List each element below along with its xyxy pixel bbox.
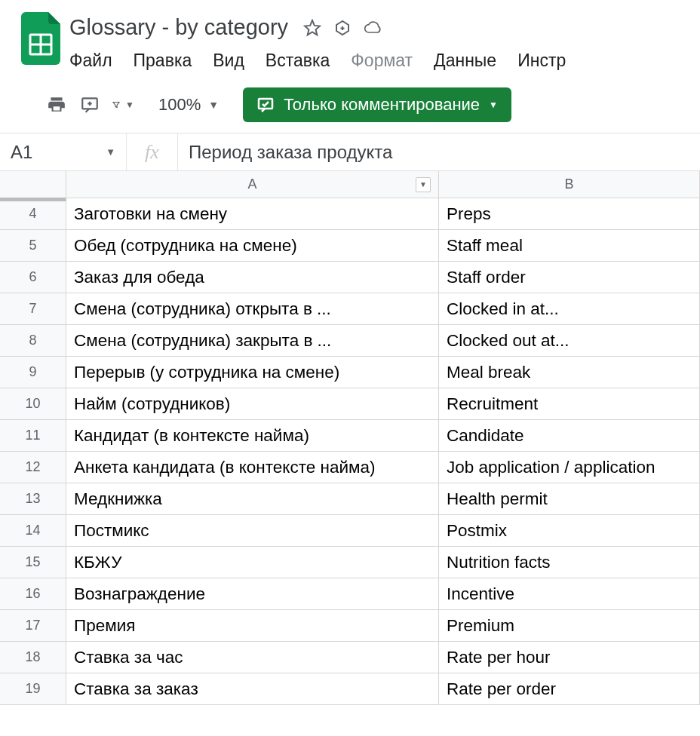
column-header-a[interactable]: A ▼ [66,171,439,198]
cell[interactable]: Заказ для обеда [66,262,439,293]
formula-bar: A1 ▼ fx Период заказа продукта [0,133,700,171]
name-box-value: A1 [11,142,32,163]
menubar: Файл Правка Вид Вставка Формат Данные Ин… [69,51,700,71]
cell[interactable]: КБЖУ [66,547,439,578]
table-row: 15КБЖУNutrition facts [0,547,700,578]
cell[interactable]: Staff order [439,262,700,293]
row-header[interactable]: 13 [0,483,66,514]
menu-file[interactable]: Файл [69,51,112,71]
cell[interactable]: Смена (сотрудника) открыта в ... [66,293,439,324]
cell[interactable]: Ставка за заказ [66,673,439,704]
cell[interactable]: Заготовки на смену [66,198,439,229]
table-row: 13МедкнижкаHealth permit [0,483,700,515]
cell[interactable]: Candidate [439,420,700,451]
menu-tools[interactable]: Инстр [517,51,566,71]
select-all-corner[interactable] [0,171,66,201]
cell[interactable]: Анкета кандидата (в контексте найма) [66,452,439,483]
cell[interactable]: Incentive [439,578,700,609]
cell[interactable]: Обед (сотрудника на смене) [66,230,439,261]
column-headers: A ▼ B [0,171,700,198]
table-row: 16ВознаграждениеIncentive [0,578,700,610]
column-filter-icon[interactable]: ▼ [416,177,431,192]
row-header[interactable]: 6 [0,262,66,293]
star-icon[interactable] [303,19,321,37]
table-row: 5Обед (сотрудника на смене)Staff meal [0,230,700,262]
table-row: 7Смена (сотрудника) открыта в ...Clocked… [0,293,700,325]
cell[interactable]: Postmix [439,515,700,546]
cell[interactable]: Premium [439,610,700,641]
fx-label: fx [127,133,178,170]
cell[interactable]: Вознаграждение [66,578,439,609]
cell[interactable]: Recruitment [439,388,700,419]
document-title[interactable]: Glossary - by category [69,15,288,40]
cell[interactable]: Rate per hour [439,642,700,673]
menu-edit[interactable]: Правка [134,51,192,71]
formula-input[interactable]: Период заказа продукта [178,133,700,170]
comment-only-label: Только комментирование [284,95,480,115]
table-row: 17ПремияPremium [0,610,700,642]
row-header[interactable]: 5 [0,230,66,261]
cell[interactable]: Health permit [439,483,700,514]
row-header[interactable]: 15 [0,547,66,578]
table-row: 18Ставка за часRate per hour [0,642,700,673]
menu-format[interactable]: Формат [351,51,413,71]
comment-only-button[interactable]: Только комментирование ▼ [243,87,511,122]
spreadsheet-grid: A ▼ B 4Заготовки на сменуPreps5Обед (сот… [0,171,700,705]
cell[interactable]: Nutrition facts [439,547,700,578]
row-header[interactable]: 16 [0,578,66,609]
row-header[interactable]: 17 [0,610,66,641]
title-row: Glossary - by category [69,15,700,40]
table-row: 8Смена (сотрудника) закрыта в ...Clocked… [0,325,700,357]
table-row: 9Перерыв (у сотрудника на смене)Meal bre… [0,357,700,388]
cloud-status-icon[interactable] [364,19,382,37]
cell[interactable]: Job application / application [439,452,700,483]
print-icon[interactable] [45,94,68,116]
table-row: 4Заготовки на сменуPreps [0,198,700,230]
column-header-b[interactable]: B [439,171,700,198]
cell[interactable]: Clocked out at... [439,325,700,356]
cell[interactable]: Постмикс [66,515,439,546]
sheets-logo[interactable] [21,12,60,65]
cell[interactable]: Кандидат (в контексте найма) [66,420,439,451]
cell[interactable]: Смена (сотрудника) закрыта в ... [66,325,439,356]
menu-insert[interactable]: Вставка [266,51,330,71]
row-header[interactable]: 10 [0,388,66,419]
chevron-down-icon: ▼ [208,99,219,111]
cell[interactable]: Meal break [439,357,700,388]
toolbar: ▼ 100% ▼ Только комментирование ▼ [0,78,700,133]
row-header[interactable]: 18 [0,642,66,673]
cell[interactable]: Найм (сотрудников) [66,388,439,419]
cell[interactable]: Staff meal [439,230,700,261]
table-row: 14ПостмиксPostmix [0,515,700,547]
cell[interactable]: Перерыв (у сотрудника на смене) [66,357,439,388]
add-comment-icon[interactable] [78,94,101,116]
move-icon[interactable] [333,19,352,37]
cell[interactable]: Премия [66,610,439,641]
zoom-dropdown[interactable]: 100% ▼ [158,95,219,115]
cell[interactable]: Clocked in at... [439,293,700,324]
row-header[interactable]: 19 [0,673,66,704]
zoom-value: 100% [158,95,201,115]
row-header[interactable]: 9 [0,357,66,388]
cell[interactable]: Preps [439,198,700,229]
table-row: 6Заказ для обедаStaff order [0,262,700,293]
cell[interactable]: Ставка за час [66,642,439,673]
row-header[interactable]: 14 [0,515,66,546]
name-box[interactable]: A1 ▼ [0,133,127,170]
row-header[interactable]: 7 [0,293,66,324]
menu-data[interactable]: Данные [434,51,496,71]
filter-dropdown[interactable]: ▼ [112,94,134,116]
row-header[interactable]: 8 [0,325,66,356]
cell[interactable]: Медкнижка [66,483,439,514]
cell[interactable]: Rate per order [439,673,700,704]
menu-view[interactable]: Вид [213,51,244,71]
row-header[interactable]: 11 [0,420,66,451]
table-row: 19Ставка за заказRate per order [0,673,700,705]
table-row: 12Анкета кандидата (в контексте найма)Jo… [0,452,700,483]
row-header[interactable]: 12 [0,452,66,483]
chevron-down-icon: ▼ [106,146,115,158]
table-row: 11Кандидат (в контексте найма)Candidate [0,420,700,452]
chevron-down-icon: ▼ [125,100,134,110]
row-header[interactable]: 4 [0,198,66,229]
header: Glossary - by category [0,0,700,71]
